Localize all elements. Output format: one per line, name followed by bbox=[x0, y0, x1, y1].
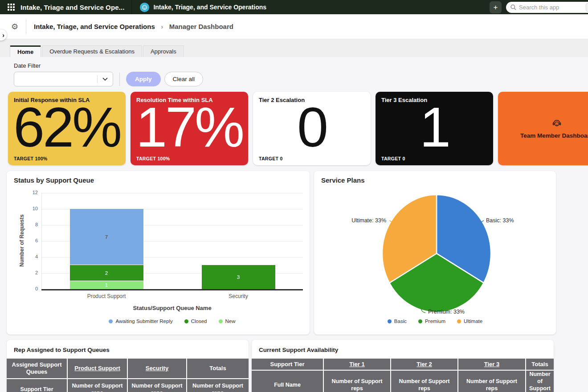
y-axis-tick-label: 12 bbox=[24, 190, 38, 195]
pie-slice-label: Basic: 33% bbox=[486, 217, 514, 224]
bar-chart-card: Status by Support Queue Number of Reques… bbox=[7, 171, 310, 335]
chevron-down-icon bbox=[98, 78, 113, 81]
team-member-dashboard-label: Team Member Dashboard bbox=[520, 132, 588, 139]
legend-label: Awaiting Submitter Reply bbox=[115, 318, 172, 324]
x-axis-category-label: Product Support bbox=[62, 293, 151, 299]
column-header-tier-2[interactable]: Tier 2 bbox=[391, 359, 457, 370]
legend-item-closed: Closed bbox=[184, 318, 207, 324]
pie-slice-label: Ultimate: 33% bbox=[351, 217, 386, 224]
kpi-target: TARGET 0 bbox=[381, 156, 405, 161]
column-header-support-tier: Support Tier bbox=[252, 359, 323, 370]
bar-segment-value: 1 bbox=[105, 282, 108, 288]
top-app-bar: Intake, Triage and Service Ope... Intake… bbox=[0, 0, 588, 14]
kpi-card-initial-response-within-sla[interactable]: Initial Response within SLA62%TARGET 100… bbox=[8, 92, 126, 165]
kpi-card-tier-2-escalation[interactable]: Tier 2 Escalation0TARGET 0 bbox=[253, 92, 371, 165]
rep-table-card: Rep Assigned to Support Queues Assigned … bbox=[7, 340, 249, 392]
kpi-card-tier-3-escalation[interactable]: Tier 3 Escalation1TARGET 0 bbox=[376, 92, 493, 165]
subheader-cell-support-tier: Support Tier bbox=[7, 379, 67, 392]
subheader-cell-number-of-support-reps: Number of Support reps bbox=[458, 371, 525, 392]
x-axis-category-label: Security bbox=[194, 293, 283, 299]
rep-table-title: Rep Assigned to Support Queues bbox=[7, 340, 249, 359]
date-filter-select[interactable] bbox=[14, 72, 113, 86]
subheader-cell-number-of-support-reps: Number of Support reps bbox=[68, 379, 127, 392]
y-axis-tick-label: 10 bbox=[24, 206, 38, 211]
y-axis-tick-label: 2 bbox=[24, 270, 38, 275]
settings-gear-button[interactable]: ⚙ bbox=[8, 20, 21, 33]
dashboard-tabstrip: HomeOverdue Requests & EscalationsApprov… bbox=[0, 45, 588, 57]
kpi-value: 1 bbox=[376, 99, 493, 155]
bar-segment-product-support-closed[interactable]: 2 bbox=[70, 265, 143, 281]
kpi-target: TARGET 100% bbox=[136, 156, 170, 161]
charts-row: Status by Support Queue Number of Reques… bbox=[7, 171, 588, 335]
search-shortcut-badge: ⌘ bbox=[586, 3, 588, 12]
legend-label: Closed bbox=[191, 318, 207, 324]
support-agent-icon bbox=[551, 118, 562, 129]
bar-segment-product-support-new[interactable]: 1 bbox=[70, 281, 143, 289]
app-avatar-icon bbox=[140, 3, 149, 12]
bar-chart-y-axis-title: Number of Requests bbox=[19, 192, 25, 289]
tables-row: Rep Assigned to Support Queues Assigned … bbox=[7, 340, 588, 392]
legend-label: New bbox=[225, 318, 236, 324]
bar-segment-value: 2 bbox=[105, 270, 108, 276]
column-header-totals: Totals bbox=[187, 359, 249, 378]
legend-dot bbox=[219, 319, 223, 323]
kpi-target: TARGET 100% bbox=[14, 156, 47, 161]
clear-all-button[interactable]: Clear all bbox=[164, 72, 204, 86]
subheader-cell-full-name: Full Name bbox=[252, 371, 323, 392]
kpi-value: 0 bbox=[253, 99, 371, 155]
bar-chart-legend: Awaiting Submitter ReplyClosedNew bbox=[41, 318, 303, 324]
search-placeholder: Search this app bbox=[519, 4, 583, 11]
gear-icon: ⚙ bbox=[11, 22, 18, 32]
column-header-assigned-support-queues: Assigned Support Queues bbox=[7, 359, 67, 378]
breadcrumb-separator-icon: › bbox=[161, 23, 163, 30]
column-header-totals: Totals bbox=[526, 359, 554, 370]
subheader-cell-number-of-support-reps: Number of Support reps bbox=[187, 379, 249, 392]
date-filter-value bbox=[14, 79, 97, 79]
subheader-cell-number-of-support-reps: Number of Support reps bbox=[324, 371, 390, 392]
legend-dot bbox=[109, 319, 113, 323]
kpi-card-resolution-time-within-sla[interactable]: Resolution Time within SLA17%TARGET 100% bbox=[131, 92, 248, 165]
breadcrumb-app-link[interactable]: Intake, Triage, and Service Operations bbox=[34, 23, 155, 30]
bar-segment-value: 7 bbox=[105, 234, 108, 240]
legend-dot bbox=[184, 319, 188, 323]
filter-row: Apply Clear all bbox=[14, 72, 588, 86]
column-header-security[interactable]: Security bbox=[128, 359, 186, 378]
kpi-target: TARGET 0 bbox=[259, 156, 283, 161]
open-app-tab[interactable]: Intake, Triage, and Service Operations bbox=[132, 0, 274, 14]
availability-table: Support TierTier 1Tier 2Tier 3TotalsFull… bbox=[252, 359, 554, 392]
add-button[interactable]: + bbox=[490, 1, 502, 13]
kpi-row: Initial Response within SLA62%TARGET 100… bbox=[8, 92, 588, 165]
chevron-right-icon: › bbox=[2, 31, 4, 39]
subheader-cell-number-of-support-reps: Number of Support reps bbox=[128, 379, 186, 392]
bar-segment-security-closed[interactable]: 3 bbox=[202, 265, 275, 289]
rep-table: Assigned Support QueuesProduct SupportSe… bbox=[7, 359, 249, 392]
breadcrumb: Intake, Triage, and Service Operations ›… bbox=[34, 23, 233, 31]
y-axis-tick-label: 0 bbox=[24, 286, 38, 291]
x-axis-line bbox=[41, 289, 303, 290]
kpi-value: 62% bbox=[8, 99, 126, 155]
date-filter-label: Date Filter bbox=[14, 62, 588, 69]
filter-separator bbox=[119, 73, 120, 86]
y-axis-tick-label: 6 bbox=[24, 238, 38, 243]
availability-table-card: Current Support Availability Support Tie… bbox=[252, 340, 554, 392]
y-axis-tick-label: 8 bbox=[24, 222, 38, 227]
column-header-product-support[interactable]: Product Support bbox=[68, 359, 127, 378]
team-member-dashboard-card[interactable]: Team Member Dashboard bbox=[498, 92, 588, 165]
tab-home[interactable]: Home bbox=[10, 45, 41, 57]
dashboard-content: Date Filter Apply Clear all Initial Resp… bbox=[0, 57, 588, 392]
column-header-tier-3[interactable]: Tier 3 bbox=[458, 359, 525, 370]
app-switcher-button[interactable] bbox=[4, 0, 18, 14]
pie-chart-card: Service Plans BasicPremiumUltimate Basic… bbox=[314, 171, 556, 335]
bar-chart-title: Status by Support Queue bbox=[14, 176, 94, 184]
tab-overdue-requests-escalations[interactable]: Overdue Requests & Escalations bbox=[42, 45, 142, 57]
search-input[interactable]: Search this app ⌘ bbox=[506, 2, 588, 13]
bar-segment-value: 3 bbox=[237, 274, 240, 280]
open-app-tab-label: Intake, Triage, and Service Operations bbox=[153, 4, 266, 11]
column-header-tier-1[interactable]: Tier 1 bbox=[324, 359, 390, 370]
pie-chart-title: Service Plans bbox=[321, 176, 365, 184]
legend-item-awaiting-submitter-reply: Awaiting Submitter Reply bbox=[109, 318, 172, 324]
tab-approvals[interactable]: Approvals bbox=[143, 45, 184, 57]
plot-left-border bbox=[41, 193, 42, 289]
bar-segment-product-support-awaiting-submitter-reply[interactable]: 7 bbox=[70, 209, 143, 265]
apply-button[interactable]: Apply bbox=[126, 72, 161, 86]
